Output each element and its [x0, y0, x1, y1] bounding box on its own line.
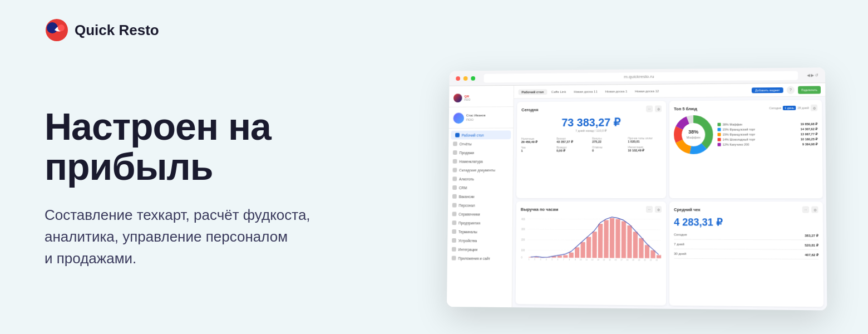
svg-text:2: 2 [534, 258, 535, 261]
svg-rect-33 [592, 232, 596, 258]
top5-widget: Топ 5 блюд Сегодня 1 день 28 дней ⚙ [669, 100, 823, 199]
avg-more-button[interactable]: ··· [802, 206, 809, 213]
references-icon [452, 212, 457, 216]
svg-text:3: 3 [540, 258, 541, 261]
url-bar: m.quickresto.ru [484, 71, 798, 82]
main-content: Настроен на прибыль Составление техкарт,… [0, 42, 868, 334]
dashboard-body: QRПОО Стас ИвановПОО Рабочий стол Отчёты [447, 83, 827, 310]
sidebar-item-warehouse[interactable]: Складские документы [448, 165, 513, 174]
sidebar-item-enterprises[interactable]: Предприятия [448, 218, 512, 227]
tab-caffe[interactable]: Caffe Link [548, 89, 569, 94]
svg-rect-39 [627, 225, 632, 258]
connect-button[interactable]: Подключить [798, 86, 821, 94]
stat-bonus: Бонусы 275,22 [592, 136, 625, 143]
sidebar-item-sales[interactable]: Продажи [448, 148, 513, 157]
stat-return: Возврат 0,00 ₽ [556, 145, 590, 152]
today-settings-button[interactable]: ⚙ [655, 105, 662, 112]
help-icon[interactable]: ? [787, 86, 795, 94]
add-widget-button[interactable]: Добавить виджет [752, 87, 783, 92]
sidebar-item-devices[interactable]: Устройства [447, 236, 512, 245]
avg-rows: Сегодня 383,27 ₽ 7 дней 520,81 ₽ 30 дней… [674, 233, 818, 259]
avg-big-number: 4 283,31 ₽ [674, 216, 818, 229]
top5-settings-button[interactable]: ⚙ [811, 105, 817, 111]
svg-text:300: 300 [521, 228, 525, 231]
sidebar-item-apps[interactable]: Приложения и сайт [447, 254, 512, 263]
sidebar-item-references[interactable]: Справочники [448, 209, 512, 218]
svg-line-18 [528, 229, 661, 230]
tab-board1[interactable]: Новая доска 11 [570, 89, 601, 94]
today-stats-grid: Наличные 29 450,49 ₽ Безнал 43 357,37 ₽ … [521, 136, 662, 153]
avg-settings-button[interactable]: ⚙ [811, 206, 818, 213]
stat-cashout: Инкассация 10 102,49 ₽ [628, 145, 662, 152]
revenue-more-button[interactable]: ··· [646, 206, 653, 213]
svg-text:11: 11 [585, 259, 587, 261]
svg-rect-40 [633, 232, 638, 258]
sidebar-item-crm[interactable]: CRM [448, 183, 512, 192]
svg-text:8: 8 [569, 258, 570, 261]
browser-maximize-dot [471, 76, 475, 80]
legend-dot-2 [717, 128, 721, 131]
svg-rect-29 [569, 253, 574, 258]
svg-rect-30 [575, 247, 579, 258]
tab-board3[interactable]: Новая доска 12 [632, 88, 662, 94]
period-today[interactable]: Сегодня [770, 106, 781, 110]
svg-rect-44 [657, 255, 661, 258]
hero-section: Настроен на прибыль Составление техкарт,… [45, 107, 356, 269]
tab-board2[interactable]: Новая доска 1 [602, 89, 631, 94]
svg-text:200: 200 [521, 238, 525, 242]
svg-text:17: 17 [620, 259, 622, 261]
sidebar-profile: QRПОО [449, 90, 514, 107]
sidebar-item-vacancies[interactable]: Вакансии [448, 192, 512, 201]
legend-dot-5 [718, 143, 721, 146]
svg-text:10: 10 [580, 258, 581, 261]
warehouse-icon [453, 168, 457, 173]
svg-text:18: 18 [627, 259, 628, 261]
svg-text:0: 0 [521, 256, 523, 259]
dashboard-sidebar: QRПОО Стас ИвановПОО Рабочий стол Отчёты [447, 86, 514, 307]
svg-rect-31 [580, 242, 585, 258]
sidebar-logo-icon [453, 94, 462, 102]
today-card-actions: ··· ⚙ [646, 105, 662, 112]
sidebar-item-alcohol[interactable]: Алкоголь [448, 174, 513, 183]
crm-icon [452, 185, 457, 190]
sidebar-item-integrations[interactable]: Интеграции [447, 245, 512, 254]
top5-legend: 38% Маффин 19 856,98 ₽ 15% Французский т… [717, 122, 817, 146]
svg-rect-38 [622, 221, 626, 258]
revenue-settings-button[interactable]: ⚙ [655, 206, 662, 213]
svg-text:21: 21 [644, 259, 645, 261]
devices-icon [452, 238, 456, 243]
svg-text:15: 15 [609, 259, 610, 261]
svg-text:12: 12 [591, 259, 593, 261]
desktop-icon [455, 133, 460, 137]
headline: Настроен на прибыль [45, 107, 356, 186]
sidebar-item-menu[interactable]: Номенклатура [448, 157, 513, 166]
period-1day[interactable]: 1 день [783, 106, 796, 110]
svg-rect-34 [598, 224, 603, 258]
sidebar-item-terminals[interactable]: Терминалы [447, 227, 512, 236]
today-card-header: Сегодня ··· ⚙ [521, 105, 662, 112]
svg-text:6: 6 [558, 258, 559, 261]
header: Quick Resto [0, 0, 868, 42]
subtitle-line1: Составление техкарт, расчёт фудкоста, [45, 207, 310, 223]
stat-cancels: Отмены 0 [592, 145, 625, 152]
today-big-number: 73 383,27 ₽ [521, 115, 662, 129]
user-name: Стас ИвановПОО [466, 114, 486, 122]
svg-text:20: 20 [638, 259, 640, 261]
tab-desktop[interactable]: Рабочий стол [519, 89, 547, 95]
today-more-button[interactable]: ··· [646, 106, 653, 112]
top5-card-title: Топ 5 блюд [674, 106, 697, 111]
svg-text:5: 5 [551, 258, 553, 261]
svg-rect-28 [563, 255, 568, 258]
dashboard-window: m.quickresto.ru ◀ ▶ ↺ QRПОО Стас ИвановП… [447, 67, 827, 310]
period-28days[interactable]: 28 дней [797, 106, 808, 110]
sidebar-item-staff[interactable]: Персонал [448, 201, 512, 210]
subtitle-line3: и продажами. [45, 250, 136, 267]
logo-text: Quick Resto [75, 22, 159, 39]
sidebar-item-reports[interactable]: Отчёты [448, 139, 513, 148]
apps-icon [452, 256, 456, 261]
sidebar-item-desktop[interactable]: Рабочий стол [451, 130, 511, 139]
svg-text:14: 14 [603, 259, 605, 261]
legend-dot-3 [718, 133, 721, 136]
svg-rect-43 [650, 250, 655, 258]
revenue-card-header: Выручка по часам ··· ⚙ [521, 206, 662, 213]
